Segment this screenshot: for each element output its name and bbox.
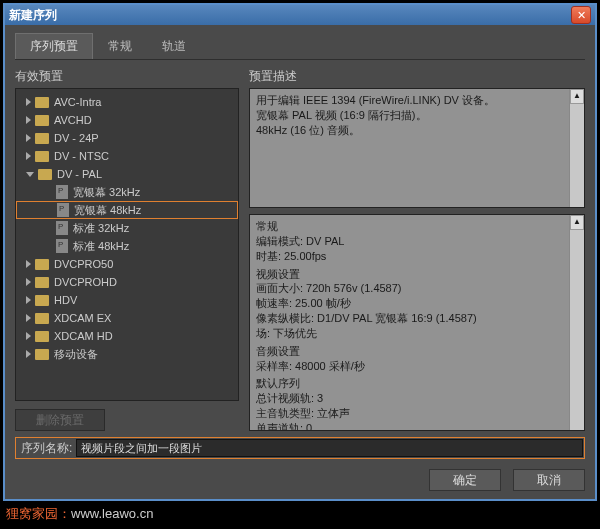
tree-preset[interactable]: 宽银幕 32kHz (16, 183, 238, 201)
folder-icon (35, 97, 49, 108)
tree-preset-selected[interactable]: 宽银幕 48kHz (16, 201, 238, 219)
preset-icon (56, 185, 68, 199)
tree-folder-dvpal[interactable]: DV - PAL (16, 165, 238, 183)
tree-preset[interactable]: 标准 48kHz (16, 237, 238, 255)
tree-folder[interactable]: XDCAM HD (16, 327, 238, 345)
folder-icon (35, 313, 49, 324)
folder-icon (38, 169, 52, 180)
folder-icon (35, 259, 49, 270)
preset-icon (57, 203, 69, 217)
tab-general[interactable]: 常规 (93, 33, 147, 59)
tree-folder[interactable]: DV - NTSC (16, 147, 238, 165)
folder-icon (35, 349, 49, 360)
window-title: 新建序列 (9, 7, 57, 24)
ok-button[interactable]: 确定 (429, 469, 501, 491)
folder-icon (35, 331, 49, 342)
folder-icon (35, 133, 49, 144)
scrollbar[interactable]: ▲ (569, 89, 584, 207)
sequence-name-label: 序列名称: (17, 440, 76, 457)
cancel-button[interactable]: 取消 (513, 469, 585, 491)
available-presets-label: 有效预置 (15, 68, 239, 85)
tree-folder[interactable]: XDCAM EX (16, 309, 238, 327)
tab-preset[interactable]: 序列预置 (15, 33, 93, 59)
preset-icon (56, 221, 68, 235)
tree-preset[interactable]: 标准 32kHz (16, 219, 238, 237)
delete-preset-button[interactable]: 删除预置 (15, 409, 105, 431)
watermark: 狸窝家园：www.leawo.cn (6, 505, 153, 523)
tab-tracks[interactable]: 轨道 (147, 33, 201, 59)
tree-folder[interactable]: HDV (16, 291, 238, 309)
tree-folder[interactable]: AVCHD (16, 111, 238, 129)
titlebar: 新建序列 ✕ (5, 5, 595, 25)
tree-folder[interactable]: 移动设备 (16, 345, 238, 363)
preset-desc-label: 预置描述 (249, 68, 585, 85)
close-button[interactable]: ✕ (571, 6, 591, 24)
folder-icon (35, 295, 49, 306)
folder-icon (35, 277, 49, 288)
sequence-name-row: 序列名称: (15, 437, 585, 459)
tree-folder[interactable]: AVC-Intra (16, 93, 238, 111)
tree-folder[interactable]: DVCPRO50 (16, 255, 238, 273)
preset-icon (56, 239, 68, 253)
description-box: 用于编辑 IEEE 1394 (FireWire/i.LINK) DV 设备。 … (249, 88, 585, 208)
detail-box: 常规 编辑模式: DV PAL 时基: 25.00fps 视频设置 画面大小: … (249, 214, 585, 431)
sequence-name-input[interactable] (76, 439, 583, 457)
tab-bar: 序列预置 常规 轨道 (15, 33, 585, 60)
folder-icon (35, 115, 49, 126)
scrollbar[interactable]: ▲ (569, 215, 584, 430)
tree-folder[interactable]: DV - 24P (16, 129, 238, 147)
tree-folder[interactable]: DVCPROHD (16, 273, 238, 291)
preset-tree[interactable]: AVC-Intra AVCHD DV - 24P DV - NTSC DV - … (15, 88, 239, 401)
folder-icon (35, 151, 49, 162)
